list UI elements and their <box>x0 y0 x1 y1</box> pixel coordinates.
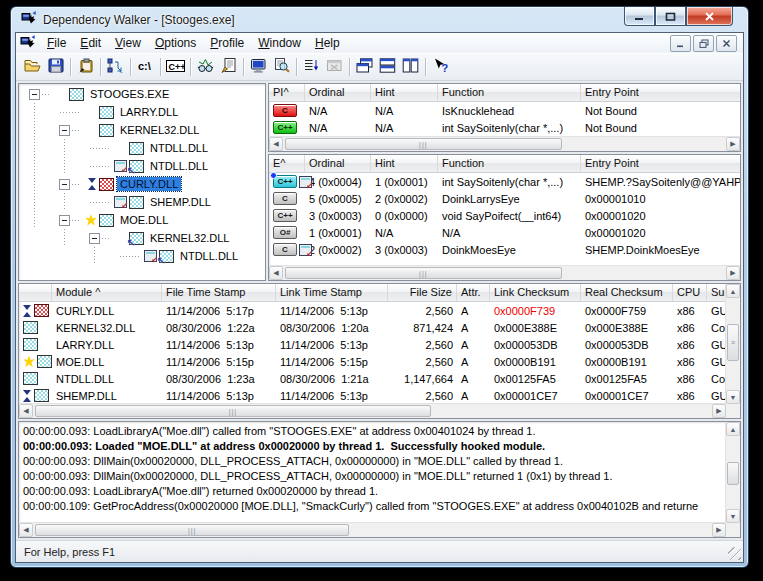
column-header-function[interactable]: Function <box>438 84 581 102</box>
column-header-cpu[interactable]: CPU <box>673 284 707 302</box>
toolbar-search-button[interactable] <box>270 56 293 78</box>
column-header-hint[interactable]: Hint <box>371 155 438 173</box>
toolbar-open-file-button[interactable] <box>21 56 44 78</box>
tree-item-label[interactable]: STOOGES.EXE <box>87 87 172 101</box>
tree-item[interactable]: KERNEL32.DLL <box>20 121 264 139</box>
column-header-entry-point[interactable]: Entry Point <box>581 155 741 173</box>
column-header-ordinal[interactable]: Ordinal <box>305 155 371 173</box>
scroll-left-arrow[interactable]: ◀ <box>269 266 283 280</box>
scroll-up-arrow[interactable]: ▲ <box>726 284 740 298</box>
table-row[interactable]: CN/AN/AIsKnuckleheadNot Bound <box>269 102 740 119</box>
tree-item-label[interactable]: KERNEL32.DLL <box>117 123 203 137</box>
table-row[interactable]: LARRY.DLL11/14/2006 5:13p11/14/2006 5:13… <box>19 336 726 353</box>
scroll-right-arrow[interactable]: ▶ <box>726 266 740 280</box>
tree-item[interactable]: CURLY.DLL <box>20 175 264 193</box>
table-row[interactable]: KERNEL32.DLL08/30/2006 1:22a08/30/2006 1… <box>19 319 726 336</box>
menu-item-options[interactable]: Options <box>148 34 203 52</box>
scroll-thumb[interactable]: ||| <box>35 524 349 536</box>
log-line[interactable]: 00:00:00.093: LoadLibraryA("Moe.dll") re… <box>20 484 725 499</box>
tree-item-label[interactable]: CURLY.DLL <box>117 177 181 191</box>
tree-item-label[interactable]: NTDLL.DLL <box>177 249 241 263</box>
modules-hscrollbar[interactable]: ◀ ||| ▶ <box>19 403 726 418</box>
table-row[interactable]: MOE.DLL11/14/2006 5:15p11/14/2006 5:15p2… <box>19 353 726 370</box>
column-header-attr-[interactable]: Attr. <box>457 284 490 302</box>
scroll-left-arrow[interactable]: ◀ <box>269 137 283 151</box>
scroll-right-arrow[interactable]: ▶ <box>726 137 740 151</box>
tree-collapse-box[interactable] <box>59 179 70 190</box>
tree-item[interactable]: STOOGES.EXE <box>20 85 264 103</box>
maximize-button[interactable] <box>655 7 686 26</box>
toolbar-auto-expand-button[interactable] <box>104 56 127 78</box>
tree-collapse-box[interactable] <box>89 233 100 244</box>
toolbar-copy-button[interactable] <box>74 56 97 78</box>
minimize-button[interactable] <box>624 7 655 26</box>
column-header-file-time-stamp[interactable]: File Time Stamp <box>162 284 276 302</box>
tree-item[interactable]: MOE.DLL <box>20 211 264 229</box>
menu-item-edit[interactable]: Edit <box>73 34 108 52</box>
tree-item[interactable]: ↖NTDLL.DLL <box>20 247 264 265</box>
column-header-link-time-stamp[interactable]: Link Time Stamp <box>276 284 388 302</box>
toolbar-context-help-button[interactable]: ? <box>429 56 452 78</box>
scroll-right-arrow[interactable]: ▶ <box>712 523 726 537</box>
scroll-right-arrow[interactable]: ▶ <box>712 404 726 418</box>
mdi-restore-button[interactable] <box>693 35 714 52</box>
table-row[interactable]: NTDLL.DLL08/30/2006 1:23a08/30/2006 1:21… <box>19 370 726 387</box>
tree-item[interactable]: NTDLL.DLL <box>20 139 264 157</box>
toolbar-properties-button[interactable] <box>217 56 240 78</box>
table-row[interactable]: C++N/AN/Aint SaySoitenly(char *,...)Not … <box>269 119 740 136</box>
table-row[interactable]: SHEMP.DLL11/14/2006 5:13p11/14/2006 5:13… <box>19 387 726 404</box>
toolbar-sort-button[interactable] <box>300 56 323 78</box>
scroll-thumb[interactable]: ||| <box>35 405 431 417</box>
table-row[interactable]: CURLY.DLL11/14/2006 5:17p11/14/2006 5:13… <box>19 302 726 319</box>
column-header-pi-[interactable]: PI^ <box>269 84 305 102</box>
table-row[interactable]: C5 (0x0005)2 (0x0002)DoinkLarrysEye0x000… <box>269 190 740 207</box>
tree-collapse-box[interactable] <box>29 89 40 100</box>
column-header-real-checksum[interactable]: Real Checksum <box>581 284 673 302</box>
column-header-file-size[interactable]: File Size <box>388 284 457 302</box>
tree-item[interactable]: SHEMP.DLL <box>20 193 264 211</box>
toolbar-tile-vertical-button[interactable] <box>399 56 422 78</box>
close-button[interactable] <box>686 7 733 26</box>
toolbar-system-info-button[interactable] <box>194 56 217 78</box>
scroll-up-arrow[interactable]: ▲ <box>726 422 740 436</box>
tree-item[interactable]: LARRY.DLL <box>20 103 264 121</box>
column-header-link-checksum[interactable]: Link Checksum <box>490 284 581 302</box>
tree-item-label[interactable]: MOE.DLL <box>117 213 171 227</box>
toolbar-console-button[interactable] <box>247 56 270 78</box>
log-line[interactable]: 00:00:00.093: LoadLibraryA("Moe.dll") ca… <box>20 424 725 439</box>
resize-grip[interactable] <box>728 547 741 560</box>
column-header-e-[interactable]: E^ <box>269 155 305 173</box>
scroll-thumb[interactable]: ||| <box>285 267 562 279</box>
log-line[interactable]: 00:00:00.109: GetProcAddress(0x00020000 … <box>20 499 725 514</box>
toolbar-save-button[interactable] <box>44 56 67 78</box>
tree-item[interactable]: ↖NTDLL.DLL <box>20 157 264 175</box>
mdi-close-button[interactable] <box>716 35 737 52</box>
menu-item-window[interactable]: Window <box>251 34 308 52</box>
tree-item-label[interactable]: NTDLL.DLL <box>147 141 211 155</box>
column-header-function[interactable]: Function <box>438 155 581 173</box>
log-hscrollbar[interactable]: ◀ ||| ▶ <box>19 522 726 537</box>
toolbar-cascade-windows-button[interactable] <box>353 56 376 78</box>
table-row[interactable]: C2 (0x0002)3 (0x0003)DoinkMoesEyeSHEMP.D… <box>269 241 740 258</box>
toolbar-tile-horizontal-button[interactable] <box>376 56 399 78</box>
modules-vscrollbar[interactable]: ▲ ≡ ▼ <box>725 284 740 404</box>
scroll-down-arrow[interactable]: ▼ <box>726 509 740 523</box>
column-header-entry-point[interactable]: Entry Point <box>581 84 741 102</box>
log-line[interactable]: 00:00:00.093: DllMain(0x00020000, DLL_PR… <box>20 454 725 469</box>
toolbar-undecorate-button[interactable]: C++ <box>164 56 187 78</box>
table-row[interactable]: C++4 (0x0004)1 (0x0001)int SaySoitenly(c… <box>269 173 740 190</box>
table-row[interactable]: O#1 (0x0001)N/AN/A0x00001020 <box>269 224 740 241</box>
tree-collapse-box[interactable] <box>59 125 70 136</box>
tree-item-label[interactable]: KERNEL32.DLL <box>147 231 233 245</box>
tree-collapse-box[interactable] <box>59 215 70 226</box>
exports-hscrollbar[interactable]: ◀ ||| ▶ <box>269 265 740 280</box>
column-header-icon[interactable] <box>19 284 52 302</box>
log-line[interactable]: 00:00:00.093: DllMain(0x00020000, DLL_PR… <box>20 469 725 484</box>
scroll-left-arrow[interactable]: ◀ <box>19 523 33 537</box>
tree-item-label[interactable]: SHEMP.DLL <box>147 195 214 209</box>
table-row[interactable]: C++3 (0x0003)0 (0x0000)void SayPoifect(_… <box>269 207 740 224</box>
menu-item-help[interactable]: Help <box>308 34 347 52</box>
scroll-thumb[interactable]: ||| <box>285 138 562 150</box>
parent-imports-hscrollbar[interactable]: ◀ ||| ▶ <box>269 136 740 151</box>
log-vscrollbar[interactable]: ▲ ▼ <box>725 422 740 523</box>
